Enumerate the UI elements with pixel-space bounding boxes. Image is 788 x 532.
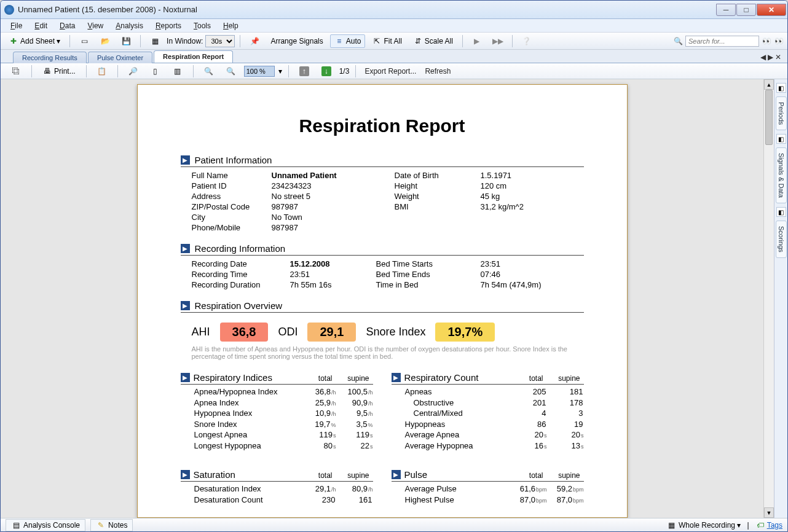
print-button[interactable]: 🖶Print... [38, 65, 80, 78]
menu-reports[interactable]: Reports [149, 20, 187, 31]
play-button[interactable]: ▶ [468, 34, 486, 48]
forward-button[interactable]: ▶▶ [489, 34, 507, 48]
maximize-button[interactable]: □ [736, 4, 756, 16]
zoom-input[interactable] [244, 66, 275, 77]
notes-button[interactable]: ✎Notes [90, 519, 133, 531]
respiratory-count-table: ▶Respiratory CounttotalsupineApneas20518… [392, 372, 584, 451]
tab-recording-results[interactable]: Recording Results [13, 52, 87, 63]
window-fit-button[interactable]: ▦ [146, 34, 164, 48]
paste-button[interactable]: 📋 [93, 65, 111, 78]
info-value: 15.12.2008 [290, 259, 376, 268]
zoom-dropdown-icon[interactable]: ▾ [278, 67, 282, 76]
menu-tools[interactable]: Tools [187, 20, 217, 31]
menu-view[interactable]: View [81, 20, 109, 31]
col-header: total [299, 374, 336, 383]
table-heading: Respiratory Indices [194, 372, 272, 383]
panel-tab-scorings[interactable]: Scorings [776, 221, 787, 258]
tab-prev-button[interactable]: ◀ [760, 53, 766, 61]
minimize-button[interactable]: ─ [716, 4, 736, 16]
find-button[interactable]: 🔎 [124, 65, 143, 78]
console-icon: ▤ [11, 520, 21, 530]
col-header: total [510, 374, 547, 383]
multi-page-button[interactable]: ▥ [168, 65, 187, 78]
analysis-console-button[interactable]: ▤Analysis Console [6, 519, 85, 531]
tab-close-button[interactable]: ✕ [775, 53, 781, 61]
export-report-button[interactable]: Export Report... [362, 67, 419, 76]
in-window-select[interactable]: 30s [205, 35, 235, 47]
menu-edit[interactable]: Edit [28, 20, 53, 31]
info-label: Height [395, 181, 481, 190]
row-total: 25,9/h [299, 397, 336, 409]
col-header: supine [547, 374, 584, 383]
tab-next-button[interactable]: ▶ [768, 53, 773, 61]
section-arrow-icon: ▶ [181, 373, 190, 382]
info-value: 1.5.1971 [481, 171, 573, 180]
zoom-out-button[interactable]: 🔍 [200, 65, 218, 78]
info-label: Date of Birth [395, 171, 481, 180]
save-button[interactable]: 💾 [117, 34, 135, 48]
info-value: 31,2 kg/m^2 [481, 202, 573, 211]
col-header: supine [547, 471, 584, 480]
section-overview: ▶ Respiration Overview [181, 300, 584, 313]
recording-scope[interactable]: ▦ Whole Recording ▾ [667, 520, 741, 530]
row-supine: 161 [336, 495, 373, 506]
table-row: Longest Hypopnea80s22s [181, 440, 373, 452]
pin-icon: 📌 [250, 36, 259, 46]
scroll-down-button[interactable]: ▼ [764, 507, 774, 518]
section-arrow-icon: ▶ [181, 155, 190, 165]
arrow-up-icon: ↑ [299, 66, 309, 76]
menu-analysis[interactable]: Analysis [109, 20, 149, 31]
menu-data[interactable]: Data [53, 20, 81, 31]
document-viewport[interactable]: Respiration Report ▶ Patient Information… [1, 79, 763, 518]
new-button[interactable]: ▭ [75, 34, 93, 48]
find-icon: 🔎 [128, 66, 138, 76]
page-next-button[interactable]: ↓ [317, 65, 336, 78]
arrange-signals-button[interactable]: Arrange Signals [266, 34, 327, 48]
info-value: 120 cm [481, 181, 573, 190]
info-label: City [192, 213, 272, 222]
info-value: 23:51 [290, 270, 376, 279]
col-header: total [510, 471, 547, 480]
ahi-label: AHI [192, 326, 210, 338]
scroll-up-button[interactable]: ▲ [764, 79, 774, 90]
copy-button[interactable]: ⿻ [7, 65, 25, 78]
info-label: Address [192, 192, 272, 201]
snore-label: Snore Index [366, 326, 425, 338]
menu-file[interactable]: File [4, 20, 28, 31]
auto-button[interactable]: ≡Auto [330, 34, 366, 48]
scroll-thumb[interactable] [765, 90, 773, 145]
add-sheet-button[interactable]: ✚Add Sheet ▾ [4, 34, 65, 48]
notes-icon: ✎ [96, 520, 106, 530]
fit-all-button[interactable]: ⇱Fit All [368, 34, 406, 48]
menu-help[interactable]: Help [217, 20, 245, 31]
zoom-in-button[interactable]: 🔍 [222, 65, 240, 78]
document-icon: ▭ [79, 36, 89, 46]
scale-all-button[interactable]: ⇵Scale All [409, 34, 457, 48]
info-label: Recording Duration [192, 280, 290, 289]
info-label: Full Name [192, 171, 272, 180]
table-row: Apnea/Hypopnea Index36,8/h100,5/h [181, 386, 373, 397]
refresh-button[interactable]: Refresh [422, 67, 453, 76]
open-button[interactable]: 📂 [96, 34, 114, 48]
single-page-button[interactable]: ▯ [146, 65, 165, 78]
close-button[interactable]: ✕ [757, 4, 786, 16]
tab-pulse-oximeter[interactable]: Pulse Oximeter [88, 52, 152, 63]
info-label: Recording Time [192, 270, 290, 279]
panel-tab-periods[interactable]: Periods [776, 96, 787, 130]
row-label: Hypopnea Index [194, 408, 299, 419]
binoculars-icon[interactable]: 👀 [762, 36, 771, 46]
tab-respiration-report[interactable]: Respiration Report [154, 50, 233, 63]
table-row: Average Apnea20s20s [392, 429, 584, 440]
panel-tab-signals-data[interactable]: Signals & Data [776, 147, 787, 203]
tags-button[interactable]: 🏷 Tags [755, 520, 782, 530]
row-label: Obstructive [414, 397, 510, 409]
right-panel-tabs: ◧Periods◧Signals & Data◧Scorings [774, 79, 787, 518]
help-button[interactable]: ❔ [518, 34, 536, 48]
pin-button[interactable]: 📌 [245, 34, 264, 48]
info-label: Time in Bed [376, 280, 481, 289]
odi-value: 29,1 [307, 323, 356, 342]
search-input[interactable] [685, 36, 759, 47]
page-prev-button[interactable]: ↑ [295, 65, 313, 78]
binoculars-next-icon[interactable]: 👀 [774, 36, 784, 46]
vertical-scrollbar[interactable]: ▲ ▼ [763, 79, 774, 518]
